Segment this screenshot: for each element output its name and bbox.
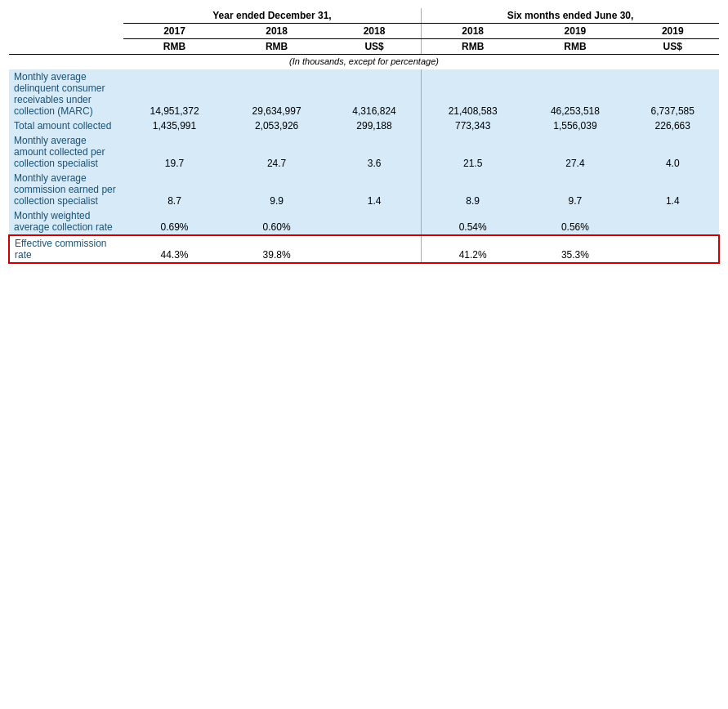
value-marc-col4: 46,253,518	[524, 69, 626, 118]
empty-currency	[9, 39, 123, 55]
value-monthly-avg-collected-col3: 21.5	[421, 133, 524, 171]
table-row-monthly-avg-collected: Monthly average amount collected per col…	[9, 133, 719, 171]
value-marc-col2: 4,316,824	[328, 69, 421, 118]
value-total-collected-col4: 1,556,039	[524, 118, 626, 133]
value-monthly-avg-collected-col4: 27.4	[524, 133, 626, 171]
label-total-collected: Total amount collected	[9, 118, 123, 133]
value-monthly-avg-commission-col5: 1.4	[626, 171, 719, 208]
value-marc-col1: 29,634,997	[226, 69, 328, 118]
year-ended-header: Year ended December 31,	[123, 8, 421, 24]
col-2018c-year: 2018	[421, 24, 524, 39]
value-total-collected-col1: 2,053,926	[226, 118, 328, 133]
value-monthly-avg-commission-col2: 1.4	[328, 171, 421, 208]
value-monthly-avg-collected-col1: 24.7	[226, 133, 328, 171]
table-note: (In thousands, except for percentage)	[9, 55, 719, 70]
table-row-monthly-weighted: Monthly weighted average collection rate…	[9, 208, 719, 235]
value-total-collected-col3: 773,343	[421, 118, 524, 133]
financial-table: Year ended December 31, Six months ended…	[8, 8, 720, 264]
value-marc-col3: 21,408,583	[421, 69, 524, 118]
value-monthly-weighted-col4: 0.56%	[524, 208, 626, 235]
col-2019b-year: 2019	[626, 24, 719, 39]
table-row-marc: Monthly average delinquent consumer rece…	[9, 69, 719, 118]
value-effective-commission-col2	[328, 235, 421, 263]
col-2018b-currency: US$	[328, 39, 421, 55]
table-row-total-collected: Total amount collected1,435,9912,053,926…	[9, 118, 719, 133]
col-2019a-currency: RMB	[524, 39, 626, 55]
value-monthly-weighted-col5	[626, 208, 719, 235]
label-monthly-avg-commission: Monthly average commission earned per co…	[9, 171, 123, 208]
value-monthly-avg-commission-col1: 9.9	[226, 171, 328, 208]
empty-header	[9, 8, 123, 24]
table-row-monthly-avg-commission: Monthly average commission earned per co…	[9, 171, 719, 208]
table-row-effective-commission: Effective commission rate44.3%39.8%41.2%…	[9, 235, 719, 263]
value-monthly-avg-commission-col0: 8.7	[123, 171, 226, 208]
six-months-header: Six months ended June 30,	[421, 8, 719, 24]
currency-row: RMB RMB US$ RMB RMB US$	[9, 39, 719, 55]
table-body: Monthly average delinquent consumer rece…	[9, 69, 719, 263]
col-2018a-year: 2018	[226, 24, 328, 39]
col-2017-currency: RMB	[123, 39, 226, 55]
header-row-groups: Year ended December 31, Six months ended…	[9, 8, 719, 24]
value-monthly-weighted-col1: 0.60%	[226, 208, 328, 235]
col-2019b-currency: US$	[626, 39, 719, 55]
label-effective-commission: Effective commission rate	[9, 235, 123, 263]
value-monthly-avg-commission-col3: 8.9	[421, 171, 524, 208]
value-total-collected-col0: 1,435,991	[123, 118, 226, 133]
value-effective-commission-col0: 44.3%	[123, 235, 226, 263]
value-total-collected-col2: 299,188	[328, 118, 421, 133]
label-monthly-weighted: Monthly weighted average collection rate	[9, 208, 123, 235]
value-effective-commission-col5	[626, 235, 719, 263]
col-2019a-year: 2019	[524, 24, 626, 39]
value-monthly-avg-collected-col0: 19.7	[123, 133, 226, 171]
value-total-collected-col5: 226,663	[626, 118, 719, 133]
value-monthly-avg-collected-col5: 4.0	[626, 133, 719, 171]
value-monthly-avg-commission-col4: 9.7	[524, 171, 626, 208]
label-monthly-avg-collected: Monthly average amount collected per col…	[9, 133, 123, 171]
label-marc: Monthly average delinquent consumer rece…	[9, 69, 123, 118]
col-2017-year: 2017	[123, 24, 226, 39]
col-2018c-currency: RMB	[421, 39, 524, 55]
empty-year	[9, 24, 123, 39]
value-marc-col5: 6,737,585	[626, 69, 719, 118]
value-monthly-weighted-col2	[328, 208, 421, 235]
value-monthly-weighted-col0: 0.69%	[123, 208, 226, 235]
value-monthly-avg-collected-col2: 3.6	[328, 133, 421, 171]
value-marc-col0: 14,951,372	[123, 69, 226, 118]
value-effective-commission-col4: 35.3%	[524, 235, 626, 263]
col-2018a-currency: RMB	[226, 39, 328, 55]
year-row: 2017 2018 2018 2018 2019 2019	[9, 24, 719, 39]
value-effective-commission-col1: 39.8%	[226, 235, 328, 263]
value-effective-commission-col3: 41.2%	[421, 235, 524, 263]
note-row: (In thousands, except for percentage)	[9, 55, 719, 70]
col-2018b-year: 2018	[328, 24, 421, 39]
value-monthly-weighted-col3: 0.54%	[421, 208, 524, 235]
